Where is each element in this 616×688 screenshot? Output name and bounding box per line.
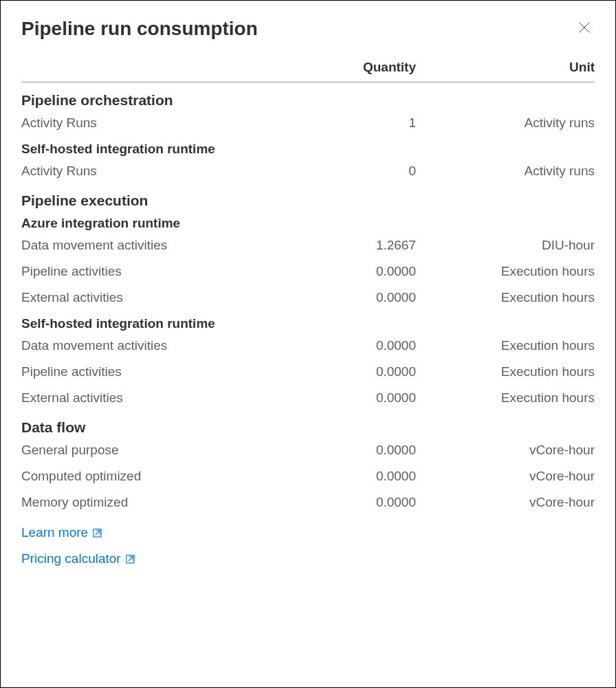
learn-more-link[interactable]: Learn more bbox=[21, 525, 595, 540]
panel-header: Pipeline run consumption bbox=[21, 17, 595, 41]
row-label: External activities bbox=[21, 290, 292, 305]
table-row: External activities 0.0000 Execution hou… bbox=[21, 290, 595, 305]
table-row: Pipeline activities 0.0000 Execution hou… bbox=[21, 264, 595, 279]
external-link-icon bbox=[125, 554, 135, 564]
table-row: Activity Runs 1 Activity runs bbox=[21, 115, 595, 131]
row-unit: Activity runs bbox=[416, 115, 595, 131]
table-row: Computed optimized 0.0000 vCore-hour bbox=[21, 469, 595, 484]
row-quantity: 1 bbox=[292, 115, 416, 131]
row-label: Data movement activities bbox=[21, 338, 292, 353]
row-label: Pipeline activities bbox=[21, 364, 292, 379]
row-label: Activity Runs bbox=[21, 115, 292, 131]
row-unit: Execution hours bbox=[416, 390, 595, 406]
row-unit: Execution hours bbox=[416, 338, 595, 353]
external-link-icon bbox=[92, 528, 102, 538]
row-unit: vCore-hour bbox=[416, 443, 595, 458]
row-quantity: 0.0000 bbox=[292, 364, 416, 379]
section-pipeline-orchestration: Pipeline orchestration Activity Runs 1 A… bbox=[21, 92, 595, 179]
sub-section-title: Azure integration runtime bbox=[21, 216, 595, 231]
table-header-row: Quantity Unit bbox=[21, 60, 595, 82]
row-label: Data movement activities bbox=[21, 238, 292, 253]
link-label: Learn more bbox=[21, 525, 88, 540]
sub-section-title: Self-hosted integration runtime bbox=[21, 316, 595, 331]
row-label: Memory optimized bbox=[21, 495, 292, 510]
section-title: Pipeline orchestration bbox=[21, 92, 595, 109]
table-row: Pipeline activities 0.0000 Execution hou… bbox=[21, 364, 595, 379]
row-unit: Execution hours bbox=[416, 290, 595, 305]
svg-line-5 bbox=[128, 556, 133, 561]
row-unit: Execution hours bbox=[416, 364, 595, 379]
section-title: Data flow bbox=[21, 419, 595, 436]
col-header-unit: Unit bbox=[416, 60, 595, 75]
row-quantity: 0.0000 bbox=[292, 443, 416, 458]
row-quantity: 0.0000 bbox=[292, 290, 416, 305]
link-label: Pricing calculator bbox=[21, 551, 121, 566]
row-unit: Activity runs bbox=[416, 164, 595, 179]
col-label-spacer bbox=[21, 60, 292, 75]
row-label: Pipeline activities bbox=[21, 264, 292, 279]
row-quantity: 0.0000 bbox=[292, 495, 416, 510]
row-label: External activities bbox=[21, 390, 292, 406]
row-unit: Execution hours bbox=[416, 264, 595, 279]
section-pipeline-execution: Pipeline execution Azure integration run… bbox=[21, 192, 595, 406]
row-label: General purpose bbox=[21, 443, 292, 458]
page-title: Pipeline run consumption bbox=[21, 18, 258, 40]
row-quantity: 0 bbox=[292, 164, 416, 179]
table-row: Data movement activities 0.0000 Executio… bbox=[21, 338, 595, 353]
section-title: Pipeline execution bbox=[21, 192, 595, 209]
close-icon bbox=[577, 20, 592, 35]
links-section: Learn more Pricing calculator bbox=[21, 525, 595, 566]
row-label: Activity Runs bbox=[21, 164, 292, 179]
pricing-calculator-link[interactable]: Pricing calculator bbox=[21, 551, 595, 566]
row-unit: vCore-hour bbox=[416, 469, 595, 484]
row-quantity: 0.0000 bbox=[292, 469, 416, 484]
table-row: Memory optimized 0.0000 vCore-hour bbox=[21, 495, 595, 510]
row-quantity: 0.0000 bbox=[292, 390, 416, 406]
sub-section-title: Self-hosted integration runtime bbox=[21, 142, 595, 157]
row-quantity: 0.0000 bbox=[292, 264, 416, 279]
col-header-quantity: Quantity bbox=[292, 60, 416, 75]
table-row: Activity Runs 0 Activity runs bbox=[21, 164, 595, 179]
table-row: Data movement activities 1.2667 DIU-hour bbox=[21, 238, 595, 253]
row-quantity: 0.0000 bbox=[292, 338, 416, 353]
row-quantity: 1.2667 bbox=[292, 238, 416, 253]
svg-line-3 bbox=[96, 530, 100, 535]
row-unit: DIU-hour bbox=[416, 238, 595, 253]
close-button[interactable] bbox=[574, 17, 595, 41]
row-unit: vCore-hour bbox=[416, 495, 595, 510]
table-row: External activities 0.0000 Execution hou… bbox=[21, 390, 595, 406]
section-data-flow: Data flow General purpose 0.0000 vCore-h… bbox=[21, 419, 595, 510]
table-row: General purpose 0.0000 vCore-hour bbox=[21, 443, 595, 458]
row-label: Computed optimized bbox=[21, 469, 292, 484]
